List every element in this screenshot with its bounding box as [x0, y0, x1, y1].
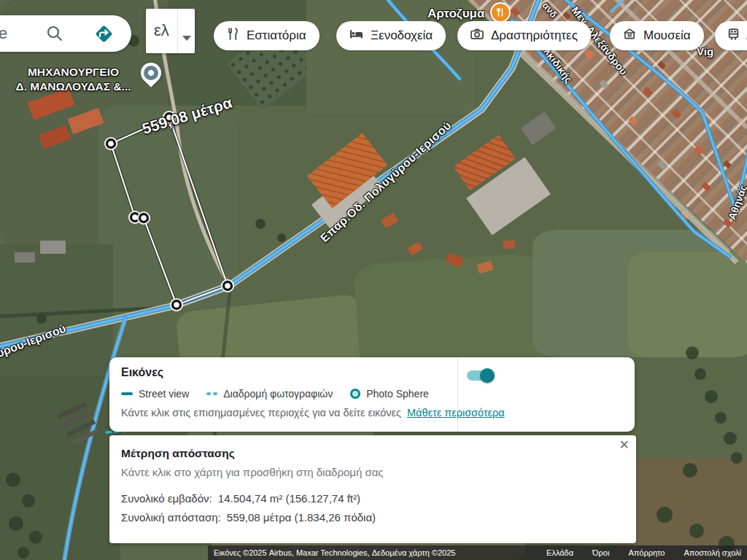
tree — [18, 547, 29, 559]
measure-panel-subtitle: Κάντε κλικ στο χάρτη για προσθήκη στη δι… — [121, 466, 384, 478]
close-icon[interactable]: × — [619, 437, 629, 453]
building-roof — [15, 252, 35, 262]
tree — [715, 412, 727, 424]
terms-link[interactable]: Όροι — [592, 548, 609, 557]
tree — [731, 452, 743, 464]
photo-sphere-circle-swatch — [350, 389, 360, 399]
transit-icon — [728, 28, 739, 44]
chip-activities[interactable]: Δραστηριότητες — [457, 21, 591, 50]
images-panel: Εικόνες Street view Διαδρομή φωτογραφιών… — [109, 357, 635, 432]
street-view-line-swatch — [121, 392, 133, 395]
tree — [694, 368, 706, 380]
images-toggle[interactable] — [467, 370, 493, 381]
privacy-link[interactable]: Απόρρητο — [628, 548, 665, 557]
toggle-knob — [480, 368, 495, 383]
legend-photo-sphere: Photo Sphere — [350, 388, 429, 400]
tree — [683, 463, 697, 478]
camera-icon — [471, 28, 484, 43]
images-panel-title: Εικόνες — [121, 366, 163, 379]
total-area-row: Συνολικό εμβαδόν: 14.504,74 m² (156.127,… — [121, 492, 360, 505]
measure-panel: × Μέτρηση απόστασης Κάντε κλικ στο χάρτη… — [109, 435, 636, 543]
learn-more-link[interactable]: Μάθετε περισσότερα — [407, 407, 505, 419]
divider — [177, 9, 178, 53]
tree — [255, 219, 266, 229]
total-distance-value: 559,08 μέτρα (1.834,26 πόδια) — [227, 511, 376, 524]
country-link[interactable]: Ελλάδα — [546, 548, 573, 557]
google-maps-screen: Επαρ.Οδ. Πολυγύρου-Ιερισού λυγύρου-Ιερισ… — [0, 0, 747, 560]
legend-photo-path: Διαδρομή φωτογραφιών — [206, 388, 333, 400]
tree — [689, 524, 704, 538]
chip-label: Εστιατόρια — [247, 28, 306, 43]
map-credits: Εικόνες ©2025 Airbus, Maxar Technologies… — [214, 548, 455, 557]
chip-label: Δραστηριότητες — [491, 28, 578, 43]
search-icon[interactable] — [45, 24, 64, 46]
museum-icon: M — [623, 28, 636, 43]
total-distance-row: Συνολική απόσταση: 559,08 μέτρα (1.834,2… — [121, 511, 376, 524]
poi-restaurant-label[interactable]: Αρτοζυμα — [427, 7, 484, 21]
restaurant-icon — [227, 28, 239, 44]
chip-hotels[interactable]: Ξενοδοχεία — [336, 21, 446, 50]
measurement-path — [104, 111, 234, 311]
measure-panel-title: Μέτρηση απόστασης — [121, 447, 235, 460]
tree — [657, 507, 673, 523]
chip-transit[interactable]: Δ — [715, 21, 747, 50]
attribution-bar: Εικόνες ©2025 Airbus, Maxar Technologies… — [208, 545, 747, 560]
language-label: ελ — [154, 21, 169, 40]
tree — [22, 494, 35, 508]
chip-label: Μουσεία — [643, 28, 691, 43]
svg-text:M: M — [627, 33, 632, 38]
tree — [705, 390, 718, 403]
chip-restaurants[interactable]: Εστιατόρια — [214, 21, 320, 50]
tree — [36, 314, 47, 324]
tree — [686, 346, 699, 359]
tree — [9, 516, 23, 531]
building-roof — [40, 241, 66, 254]
chevron-down-icon[interactable] — [182, 36, 191, 41]
search-bar[interactable]: e — [0, 15, 131, 52]
place-label-vig: Vig — [697, 45, 713, 58]
tree — [29, 531, 42, 544]
restaurant-poi-icon[interactable] — [490, 2, 511, 23]
tree — [277, 233, 286, 242]
chip-label: Ξενοδοχεία — [371, 28, 433, 43]
language-selector[interactable]: ελ — [146, 9, 195, 53]
total-area-value: 14.504,74 m² (156.127,74 ft²) — [218, 492, 360, 505]
feedback-link[interactable]: Αποστολή σχολί — [684, 548, 741, 557]
tree — [724, 432, 737, 445]
business-label[interactable]: ΜΗΧΑΝΟΥΡΓΕΙΟ Δ. ΜΑΝΩΛΟΥΔΑΣ &... — [6, 65, 141, 94]
search-query-text[interactable]: e — [0, 24, 7, 43]
tree — [6, 472, 20, 487]
images-panel-caption: Κάντε κλικ στις επισημασμένες περιοχές γ… — [121, 407, 401, 419]
building-roof — [503, 241, 515, 249]
photo-path-dashed-swatch — [206, 392, 217, 395]
divider — [457, 357, 458, 432]
chip-museums[interactable]: M Μουσεία — [610, 21, 704, 50]
legend-street-view: Street view — [121, 388, 189, 400]
total-area-label: Συνολικό εμβαδόν: — [121, 492, 212, 505]
total-distance-label: Συνολική απόσταση: — [121, 511, 221, 524]
hotel-icon — [349, 28, 363, 43]
directions-icon[interactable] — [92, 22, 116, 49]
